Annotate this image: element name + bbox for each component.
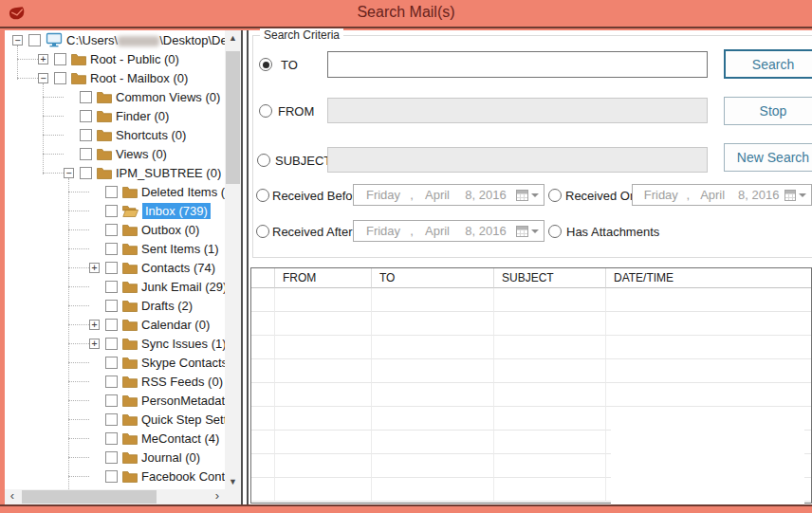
tree-item-root[interactable]: −C:\Users\\Desktop\De <box>5 30 225 49</box>
tree-item-sync-issues-1[interactable]: +Sync Issues (1) <box>5 334 225 353</box>
tree-item-personmetadata[interactable]: PersonMetadata <box>5 391 225 410</box>
has-attachments-radio[interactable] <box>548 225 562 238</box>
column-header-to[interactable]: TO <box>372 268 494 288</box>
tree-vertical-scrollbar[interactable]: ▲ ▼ <box>225 30 241 489</box>
vertical-scroll-thumb[interactable] <box>226 51 240 184</box>
tree-item-journal-0[interactable]: Journal (0) <box>5 448 225 467</box>
tree-item-label[interactable]: Root - Public (0) <box>90 52 179 66</box>
tree-item-quick-step-settin[interactable]: Quick Step Settin <box>5 410 225 429</box>
tree-item-label[interactable]: Sent Items (1) <box>141 242 219 256</box>
tree-item-calendar-0[interactable]: +Calendar (0) <box>5 315 225 334</box>
tree-item-checkbox[interactable] <box>105 376 118 388</box>
tree-item-label[interactable]: MeContact (4) <box>141 431 219 446</box>
tree-item-sent-items-1[interactable]: Sent Items (1) <box>5 239 225 258</box>
tree-item-checkbox[interactable] <box>105 470 118 483</box>
tree-item-checkbox[interactable] <box>105 338 118 350</box>
tree-item-checkbox[interactable] <box>80 167 92 179</box>
collapse-toggle-icon[interactable]: − <box>38 73 48 83</box>
tree-item-rss-feeds-0[interactable]: RSS Feeds (0) <box>5 372 225 391</box>
tree-item-label[interactable]: Drafts (2) <box>141 299 193 313</box>
to-radio[interactable] <box>259 58 272 71</box>
tree-item-label[interactable]: IPM_SUBTREE (0) <box>116 166 221 180</box>
tree-item-label[interactable]: Views (0) <box>116 147 167 161</box>
received-before-datepicker[interactable]: Friday , April 8, 2016 <box>353 184 544 206</box>
tree-item-inbox-739[interactable]: Inbox (739) <box>5 201 225 220</box>
tree-item-checkbox[interactable] <box>105 357 118 369</box>
expand-toggle-icon[interactable]: + <box>89 320 100 330</box>
tree-item-mecontact-4[interactable]: MeContact (4) <box>5 429 225 448</box>
collapse-toggle-icon[interactable]: − <box>64 168 74 178</box>
expand-toggle-icon[interactable]: + <box>89 263 100 273</box>
from-input[interactable] <box>327 98 708 123</box>
tree-item-checkbox[interactable] <box>105 186 118 198</box>
received-before-radio[interactable] <box>256 189 269 202</box>
received-on-datepicker[interactable]: Friday , April 8, 2016 <box>632 184 812 206</box>
tree-item-checkbox[interactable] <box>105 224 118 236</box>
tree-item-drafts-2[interactable]: Drafts (2) <box>5 296 225 315</box>
received-after-datepicker[interactable]: Friday , April 8, 2016 <box>353 220 544 242</box>
collapse-toggle-icon[interactable]: − <box>12 35 23 46</box>
tree-item-common-views-0[interactable]: Common Views (0) <box>5 87 225 106</box>
tree-item-shortcuts-0[interactable]: Shortcuts (0) <box>5 125 225 144</box>
tree-item-checkbox[interactable] <box>54 72 66 84</box>
tree-item-label[interactable]: Journal (0) <box>141 450 200 465</box>
tree-horizontal-scrollbar[interactable]: ‹ › <box>5 489 225 504</box>
tree-item-label[interactable]: Calendar (0) <box>141 318 210 332</box>
horizontal-scroll-thumb[interactable] <box>22 490 157 504</box>
tree-item-label[interactable]: Junk Email (29) <box>141 280 225 294</box>
column-header-subject[interactable]: SUBJECT <box>494 268 606 288</box>
tree-item-label[interactable]: Skype Contacts ( <box>141 356 225 370</box>
tree-item-label[interactable]: Quick Step Settin <box>141 412 225 427</box>
tree-item-finder-0[interactable]: Finder (0) <box>5 106 225 125</box>
tree-item-checkbox[interactable] <box>105 413 118 426</box>
subject-radio[interactable] <box>257 154 270 167</box>
tree-item-views-0[interactable]: Views (0) <box>5 144 225 163</box>
tree-item-checkbox[interactable] <box>105 451 118 464</box>
tree-item-label[interactable]: RSS Feeds (0) <box>141 375 223 389</box>
tree-item-root-mailbox-0[interactable]: −Root - Mailbox (0) <box>5 68 225 87</box>
new-search-button[interactable]: New Search <box>724 143 812 172</box>
tree-item-checkbox[interactable] <box>28 34 41 46</box>
tree-item-label[interactable]: Facebook Conta <box>141 469 225 484</box>
scroll-down-icon[interactable]: ▼ <box>225 474 241 489</box>
tree-item-label[interactable]: Outbox (0) <box>141 223 199 237</box>
tree-item-checkbox[interactable] <box>80 129 92 141</box>
from-radio[interactable] <box>259 104 272 118</box>
tree-item-skype-contacts[interactable]: Skype Contacts ( <box>5 353 225 372</box>
column-header-date-time[interactable]: DATE/TIME <box>606 268 811 288</box>
tree-item-label[interactable]: C:\Users\\Desktop\De <box>66 33 225 47</box>
tree-item-junk-email-29[interactable]: Junk Email (29) <box>5 277 225 296</box>
chevron-down-icon[interactable] <box>531 229 539 233</box>
scroll-right-icon[interactable]: › <box>210 489 225 504</box>
tree-item-label[interactable]: Contacts (74) <box>141 261 215 275</box>
search-button[interactable]: Search <box>724 49 812 79</box>
chevron-down-icon[interactable] <box>799 193 806 197</box>
tree-item-label[interactable]: Finder (0) <box>116 109 169 123</box>
scroll-up-icon[interactable]: ▲ <box>225 30 241 46</box>
tree-item-checkbox[interactable] <box>105 394 118 407</box>
scroll-left-icon[interactable]: ‹ <box>5 489 20 504</box>
tree-item-deleted-items-4[interactable]: Deleted Items (4) <box>5 182 225 201</box>
tree-item-checkbox[interactable] <box>54 53 66 65</box>
tree-item-label[interactable]: PersonMetadata <box>141 394 225 408</box>
tree-item-ipm-subtree-0[interactable]: −IPM_SUBTREE (0) <box>5 163 225 182</box>
tree-item-label[interactable]: Root - Mailbox (0) <box>90 71 188 85</box>
tree-item-checkbox[interactable] <box>105 205 118 217</box>
tree-item-root-public-0[interactable]: +Root - Public (0) <box>5 49 225 68</box>
tree-item-checkbox[interactable] <box>105 432 118 445</box>
tree-item-checkbox[interactable] <box>80 110 92 122</box>
tree-item-checkbox[interactable] <box>105 281 118 293</box>
tree-item-label[interactable]: Common Views (0) <box>116 90 220 104</box>
received-after-radio[interactable] <box>256 225 269 238</box>
expand-toggle-icon[interactable]: + <box>38 54 48 64</box>
tree-item-checkbox[interactable] <box>105 243 118 255</box>
stop-button[interactable]: Stop <box>724 97 812 125</box>
expand-toggle-icon[interactable]: + <box>89 339 100 349</box>
tree-item-label[interactable]: Inbox (739) <box>142 203 211 219</box>
column-header-from[interactable]: FROM <box>275 268 372 288</box>
panel-splitter[interactable] <box>241 30 249 504</box>
tree-item-contacts-74[interactable]: +Contacts (74) <box>5 258 225 277</box>
received-on-radio[interactable] <box>548 189 562 202</box>
tree-item-checkbox[interactable] <box>80 91 92 103</box>
chevron-down-icon[interactable] <box>531 193 539 197</box>
